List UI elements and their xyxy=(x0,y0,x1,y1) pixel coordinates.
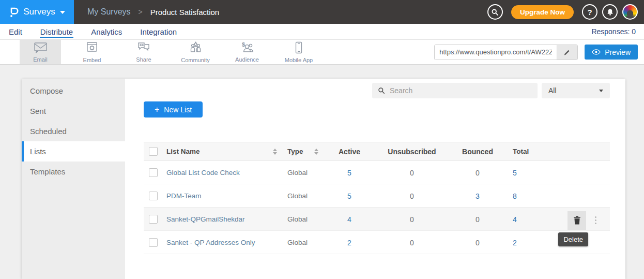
row-checkbox-cell xyxy=(144,168,166,177)
chevron-down-icon xyxy=(60,11,65,17)
unsubscribed-count: 0 xyxy=(374,169,450,177)
workspace: ComposeSentScheduledListsTemplates All + xyxy=(0,65,644,279)
search-row: All xyxy=(144,83,610,98)
new-list-label: New List xyxy=(164,106,192,114)
chevron-down-icon xyxy=(599,90,603,94)
total-count[interactable]: 2 xyxy=(505,239,543,247)
trash-icon xyxy=(573,215,581,225)
table-row: PDM-TeamGlobal5038 xyxy=(144,184,610,208)
column-active: Active xyxy=(325,148,374,156)
channel-embed[interactable]: Embed xyxy=(66,40,118,64)
column-list-name[interactable]: List Name xyxy=(166,146,277,157)
search-icon xyxy=(378,87,385,94)
table-header-row: List Name Type Active Unsubscribed Bounc… xyxy=(144,142,610,161)
survey-url-input[interactable] xyxy=(435,45,557,60)
unsubscribed-count: 0 xyxy=(374,215,450,224)
bell-icon xyxy=(606,8,614,16)
channel-label: Audience xyxy=(235,56,259,63)
column-unsubscribed: Unsubscribed xyxy=(374,148,450,156)
sidebar-item-scheduled[interactable]: Scheduled xyxy=(22,121,125,141)
row-actions xyxy=(543,161,610,184)
sidebar-item-sent[interactable]: Sent xyxy=(22,101,125,121)
row-checkbox-cell xyxy=(144,192,166,200)
list-name-link[interactable]: PDM-Team xyxy=(166,192,277,200)
table-body: Global List Code CheckGlobal5005PDM-Team… xyxy=(144,161,610,254)
tab-analytics[interactable]: Analytics xyxy=(90,26,122,38)
tab-distribute[interactable]: Distribute xyxy=(40,26,73,38)
search-input[interactable] xyxy=(390,86,532,95)
tab-integration[interactable]: Integration xyxy=(140,26,177,38)
row-checkbox[interactable] xyxy=(149,238,158,247)
row-checkbox-cell xyxy=(144,238,166,247)
channel-email[interactable]: Email xyxy=(20,40,61,64)
row-menu-button[interactable] xyxy=(593,214,599,226)
plus-icon: + xyxy=(155,105,159,114)
select-all-checkbox[interactable] xyxy=(149,147,158,156)
channel-community[interactable]: Community xyxy=(170,40,221,64)
survey-url-group xyxy=(434,45,578,60)
sort-icon[interactable] xyxy=(314,146,318,157)
audience-icon: $ xyxy=(240,41,254,55)
channel-mobile-app[interactable]: Mobile App xyxy=(273,40,325,64)
row-checkbox[interactable] xyxy=(149,192,158,200)
active-count[interactable]: 5 xyxy=(325,169,374,177)
row-checkbox[interactable] xyxy=(149,168,158,177)
tab-edit[interactable]: Edit xyxy=(8,26,23,38)
breadcrumb-my-surveys[interactable]: My Surveys xyxy=(87,7,131,17)
upgrade-now-button[interactable]: Upgrade Now xyxy=(511,5,574,19)
sidebar-item-compose[interactable]: Compose xyxy=(22,81,125,101)
channel-label: Email xyxy=(33,56,48,63)
sidebar-item-templates[interactable]: Templates xyxy=(22,161,125,182)
list-type: Global xyxy=(277,169,325,177)
preview-button[interactable]: Preview xyxy=(585,45,638,60)
active-count[interactable]: 4 xyxy=(325,215,374,224)
embed-icon xyxy=(86,41,98,56)
topbar-actions: Upgrade Now ? xyxy=(487,4,644,20)
questionpro-logo-icon xyxy=(9,5,19,19)
channel-label: Embed xyxy=(83,57,101,63)
channel-audience[interactable]: $Audience xyxy=(221,40,273,64)
search-button[interactable] xyxy=(487,4,503,20)
list-type: Global xyxy=(277,192,325,200)
bounced-count[interactable]: 3 xyxy=(450,192,505,200)
table-row: Sanket-QPGmailShekdarGlobal4004Delete xyxy=(144,208,610,231)
list-name-link[interactable]: Global List Code Check xyxy=(166,169,277,177)
column-bounced: Bounced xyxy=(450,148,505,156)
new-list-button[interactable]: + New List xyxy=(144,101,203,118)
total-count[interactable]: 8 xyxy=(505,192,543,200)
sidebar-item-lists[interactable]: Lists xyxy=(22,141,125,161)
row-actions xyxy=(543,184,610,208)
email-sidebar: ComposeSentScheduledListsTemplates xyxy=(22,79,125,279)
list-name-link[interactable]: Sanket - QP Addresses Only xyxy=(166,239,277,246)
lists-main: All + New List List Name Type xyxy=(125,79,625,279)
channel-label: Share xyxy=(136,56,151,63)
active-count[interactable]: 5 xyxy=(325,192,374,200)
active-count[interactable]: 2 xyxy=(325,239,374,247)
total-count[interactable]: 4 xyxy=(505,215,543,224)
sort-icon[interactable] xyxy=(273,146,277,157)
user-avatar[interactable] xyxy=(622,4,638,20)
help-button[interactable]: ? xyxy=(582,4,597,20)
edit-url-button[interactable] xyxy=(557,45,577,60)
lists-table: List Name Type Active Unsubscribed Bounc… xyxy=(144,142,610,254)
delete-list-button[interactable] xyxy=(568,211,586,230)
list-name-link[interactable]: Sanket-QPGmailShekdar xyxy=(166,215,277,223)
list-filter-dropdown[interactable]: All xyxy=(542,83,610,98)
product-switcher[interactable]: Surveys xyxy=(0,0,74,24)
top-bar: Surveys My Surveys > Product Satisfactio… xyxy=(0,0,644,24)
table-row: Global List Code CheckGlobal5005 xyxy=(144,161,610,184)
column-type[interactable]: Type xyxy=(277,146,325,157)
svg-text:$: $ xyxy=(242,41,245,48)
channel-share[interactable]: Share xyxy=(118,40,170,64)
unsubscribed-count: 0 xyxy=(374,239,450,247)
list-type: Global xyxy=(277,239,325,246)
breadcrumb: My Surveys > Product Satisfaction xyxy=(87,7,219,17)
question-mark-icon: ? xyxy=(587,8,592,17)
column-total: Total xyxy=(505,148,543,155)
total-count[interactable]: 5 xyxy=(505,169,543,177)
notifications-button[interactable] xyxy=(602,4,618,20)
table-row: Sanket - QP Addresses OnlyGlobal2002 xyxy=(144,231,610,254)
row-checkbox[interactable] xyxy=(149,215,158,224)
preview-label: Preview xyxy=(605,48,631,56)
survey-nav-tabs: EditDistributeAnalyticsIntegration Respo… xyxy=(0,24,644,40)
